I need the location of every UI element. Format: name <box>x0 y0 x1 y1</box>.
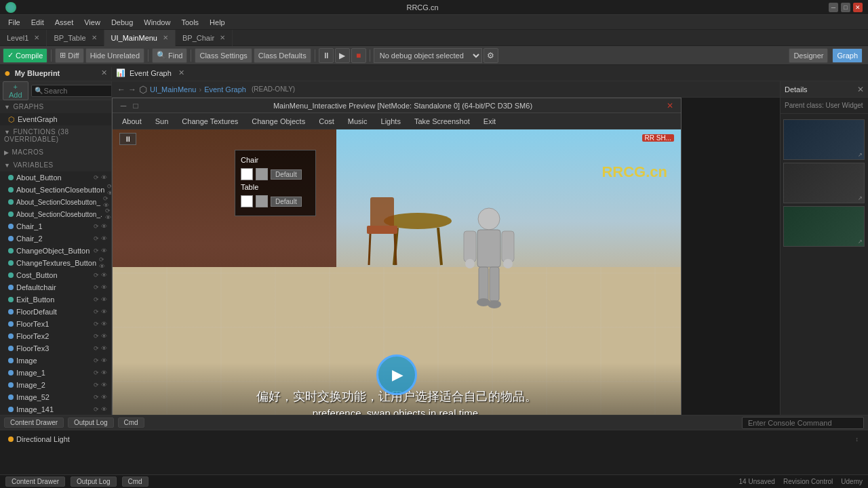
cmd-status-button[interactable]: Cmd <box>122 476 149 487</box>
var-color-dot <box>8 309 14 314</box>
compile-button[interactable]: ✓ Compile <box>3 48 47 63</box>
var-floordefault[interactable]: FloorDefault ⟳ 👁 <box>0 306 111 318</box>
breadcrumb-eventgraph[interactable]: Event Graph <box>204 85 246 94</box>
breadcrumb-mainmenu[interactable]: UI_MainMenu <box>150 85 196 94</box>
minimize-button[interactable]: ─ <box>829 3 838 12</box>
tab-bp-chair[interactable]: BP_Chair ✕ <box>176 30 233 46</box>
var-exit-button[interactable]: Exit_Button ⟳ 👁 <box>0 293 111 306</box>
var-about-section-close2[interactable]: About_SectionClosebutton_ ⟳ 👁 <box>0 196 111 208</box>
var-cost-button[interactable]: Cost_Button ⟳ 👁 <box>0 269 111 281</box>
macros-section-header[interactable]: ▶MACROS <box>0 146 111 159</box>
graph-button[interactable]: Graph <box>832 48 863 63</box>
menu-file[interactable]: File <box>3 17 26 28</box>
add-button[interactable]: + Add <box>3 81 28 100</box>
hide-unrelated-button[interactable]: Hide Unrelated <box>85 48 144 63</box>
find-button[interactable]: 🔍 Find <box>152 48 187 63</box>
tab-close-ui-mainmenu[interactable]: ✕ <box>163 34 168 41</box>
menu-help[interactable]: Help <box>204 17 231 28</box>
bp-close-button[interactable]: ✕ <box>101 68 107 77</box>
pause-play-button[interactable]: ⏸ <box>319 48 334 63</box>
var-image-52[interactable]: Image_52 ⟳ 👁 <box>0 391 111 403</box>
var-about-section-close1[interactable]: About_SectionClosebutton ⟳ 👁 <box>0 184 111 196</box>
menu-sun[interactable]: Sun <box>149 116 176 127</box>
graphs-section-header[interactable]: ▼GRAPHS <box>0 100 111 113</box>
var-image-2[interactable]: Image_2 ⟳ 👁 <box>0 379 111 391</box>
menu-edit[interactable]: Edit <box>26 17 50 28</box>
var-floortex2[interactable]: FloorTex2 ⟳ 👁 <box>0 330 111 342</box>
var-changeobject-button[interactable]: ChangeObject_Button ⟳ 👁 <box>0 245 111 257</box>
tab-level1[interactable]: Level1 ✕ <box>0 30 47 46</box>
menu-music[interactable]: Music <box>341 116 374 127</box>
diff-button[interactable]: ⊞ Diff <box>55 48 83 63</box>
menu-tools[interactable]: Tools <box>176 17 204 28</box>
var-defaultchair[interactable]: Defaultchair ⟳ 👁 <box>0 281 111 293</box>
content-drawer-status-button[interactable]: Content Drawer <box>5 476 65 487</box>
menu-debug[interactable]: Debug <box>106 17 138 28</box>
output-log-status-button[interactable]: Output Log <box>71 476 116 487</box>
console-command-input[interactable] <box>742 417 864 429</box>
nav-forward-button[interactable]: → <box>128 85 136 94</box>
preview-win-close[interactable]: ✕ <box>665 100 675 111</box>
graph-item-eventgraph[interactable]: ⬡ EventGraph <box>0 113 111 125</box>
debug-settings-button[interactable]: ⚙ <box>484 48 498 63</box>
table-color-swatch-2[interactable] <box>256 195 268 207</box>
preview-pause-button[interactable]: ⏸ <box>119 133 136 145</box>
table-default-button[interactable]: Default <box>271 197 302 207</box>
chair-color-swatch-2[interactable] <box>256 168 268 180</box>
var-chair-2[interactable]: Chair_2 ⟳ 👁 <box>0 232 111 245</box>
menu-cost[interactable]: Cost <box>312 116 341 127</box>
tab-bp-table[interactable]: BP_Table ✕ <box>47 30 104 46</box>
preview-win-max[interactable]: □ <box>130 100 141 111</box>
event-graph-close[interactable]: ✕ <box>178 68 184 77</box>
menu-exit[interactable]: Exit <box>477 116 502 127</box>
content-drawer-button[interactable]: Content Drawer <box>4 418 64 428</box>
chair-default-button[interactable]: Default <box>271 169 302 180</box>
var-floortex3[interactable]: FloorTex3 ⟳ 👁 <box>0 342 111 354</box>
class-settings-button[interactable]: Class Settings <box>195 48 252 63</box>
menu-change-objects[interactable]: Change Objects <box>245 116 312 127</box>
menu-window[interactable]: Window <box>138 17 176 28</box>
debug-object-select[interactable]: No debug object selected <box>374 48 482 63</box>
class-defaults-button[interactable]: Class Defaults <box>254 48 311 63</box>
close-button[interactable]: ✕ <box>853 3 863 12</box>
menu-lights[interactable]: Lights <box>374 116 408 127</box>
stop-button[interactable]: ■ <box>351 48 366 63</box>
variables-section-header[interactable]: ▼VARIABLES <box>0 159 111 171</box>
tab-close-bp-table[interactable]: ✕ <box>92 34 97 41</box>
var-image-141[interactable]: Image_141 ⟳ 👁 <box>0 403 111 415</box>
var-image-1[interactable]: Image_1 ⟳ 👁 <box>0 367 111 379</box>
tab-ui-mainmenu[interactable]: UI_MainMenu ✕ <box>104 30 176 46</box>
var-chair-1[interactable]: Chair_1 ⟳ 👁 <box>0 220 111 232</box>
var-about-section-close3[interactable]: About_SectionClosebutton_. ⟳ 👁 <box>0 208 111 220</box>
tab-close-bp-chair[interactable]: ✕ <box>220 34 225 41</box>
tab-close-level1[interactable]: ✕ <box>34 34 39 41</box>
var-image[interactable]: Image ⟳ 👁 <box>0 354 111 367</box>
designer-button[interactable]: Designer <box>789 48 828 63</box>
maximize-button[interactable]: □ <box>841 3 850 12</box>
mini-thumb-2[interactable]: ↗ <box>783 163 865 203</box>
window-controls: ─ □ ✕ <box>829 3 863 12</box>
bottom-var-directional-light[interactable]: Directional Light ↕ <box>5 433 863 445</box>
mini-thumb-1[interactable]: ↗ <box>783 119 865 160</box>
var-floortex1[interactable]: FloorTex1 ⟳ 👁 <box>0 318 111 330</box>
menu-screenshot[interactable]: Take Screenshot <box>408 116 477 127</box>
var-changetextures-button[interactable]: ChangeTextures_Button ⟳ 👁 <box>0 257 111 269</box>
play-button[interactable]: ▶ <box>335 48 350 63</box>
output-log-button[interactable]: Output Log <box>68 418 113 428</box>
menu-change-textures[interactable]: Change Textures <box>175 116 245 127</box>
var-color-dot <box>8 346 14 351</box>
preview-win-min[interactable]: ─ <box>118 100 129 111</box>
nav-back-button[interactable]: ← <box>117 85 125 94</box>
bp-search-input[interactable] <box>44 87 112 95</box>
graph-canvas[interactable]: ─ □ MainMenu_Interactive Preview [NetMod… <box>112 98 780 415</box>
var-about-button[interactable]: About_Button ⟳ 👁 <box>0 171 111 184</box>
functions-section-header[interactable]: ▼FUNCTIONS (38 OVERRIDABLE) <box>0 125 111 146</box>
details-close-button[interactable]: ✕ <box>857 85 864 94</box>
menu-asset[interactable]: Asset <box>50 17 79 28</box>
cmd-button[interactable]: Cmd <box>118 418 144 428</box>
mini-thumb-3[interactable]: ↗ <box>783 206 865 247</box>
chair-color-swatch-1[interactable] <box>241 168 253 180</box>
table-color-swatch-1[interactable] <box>241 195 253 207</box>
menu-about[interactable]: About <box>115 116 149 127</box>
menu-view[interactable]: View <box>79 17 106 28</box>
